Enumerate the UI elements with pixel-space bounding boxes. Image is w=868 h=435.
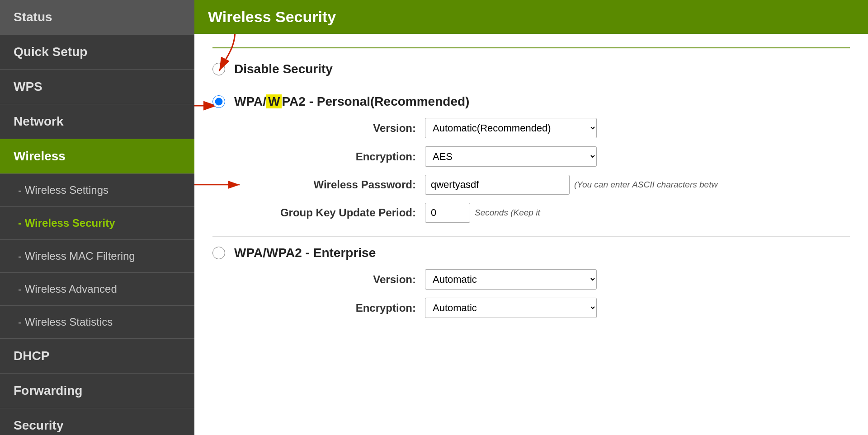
encryption-row-personal: Encryption: AES TKIP Automatic bbox=[235, 146, 850, 167]
page-title: Wireless Security bbox=[208, 8, 336, 25]
wpa-enterprise-option: WPA/WPA2 - Enterprise bbox=[212, 246, 850, 260]
page-title-bar: Wireless Security bbox=[194, 0, 868, 34]
sidebar-item-wireless-statistics[interactable]: - Wireless Statistics bbox=[0, 306, 194, 339]
password-hint: (You can enter ASCII characters betw bbox=[574, 180, 717, 190]
sidebar: StatusQuick SetupWPSNetworkWireless- Wir… bbox=[0, 0, 194, 435]
version-label-enterprise: Version: bbox=[235, 273, 416, 286]
encryption-label-enterprise: Encryption: bbox=[235, 302, 416, 314]
content-area: Disable Security WPA/WPA2 - Personal(Rec… bbox=[194, 34, 868, 435]
password-input[interactable] bbox=[425, 175, 570, 195]
password-label: Wireless Password: bbox=[235, 178, 416, 191]
version-select-enterprise[interactable]: Automatic WPA WPA2 bbox=[425, 269, 597, 290]
group-key-hint: Seconds (Keep it bbox=[475, 208, 540, 218]
section-divider bbox=[212, 236, 850, 237]
wpa-enterprise-radio[interactable] bbox=[212, 247, 225, 259]
sidebar-item-wireless-settings[interactable]: - Wireless Settings bbox=[0, 174, 194, 207]
sidebar-item-security[interactable]: Security bbox=[0, 408, 194, 435]
encryption-row-enterprise: Encryption: Automatic AES TKIP bbox=[235, 298, 850, 318]
wpa-enterprise-label[interactable]: WPA/WPA2 - Enterprise bbox=[234, 246, 376, 260]
wpa-personal-radio[interactable] bbox=[212, 95, 225, 108]
wpa-text-part1: WPA/ bbox=[234, 94, 266, 108]
sidebar-item-wireless[interactable]: Wireless bbox=[0, 139, 194, 174]
top-divider bbox=[212, 47, 850, 48]
wpa-text-part2: PA2 - Personal(Recommended) bbox=[282, 94, 469, 108]
version-row-personal: Version: Automatic(Recommended) WPA WPA2 bbox=[235, 118, 850, 138]
sidebar-item-wireless-advanced[interactable]: - Wireless Advanced bbox=[0, 273, 194, 306]
wpa-personal-form: Version: Automatic(Recommended) WPA WPA2… bbox=[235, 118, 850, 223]
group-key-input[interactable] bbox=[425, 203, 470, 223]
encryption-select-enterprise[interactable]: Automatic AES TKIP bbox=[425, 298, 597, 318]
encryption-select-personal[interactable]: AES TKIP Automatic bbox=[425, 146, 597, 167]
sidebar-item-quick-setup[interactable]: Quick Setup bbox=[0, 35, 194, 70]
sidebar-item-dhcp[interactable]: DHCP bbox=[0, 339, 194, 374]
sidebar-item-wireless-security[interactable]: - Wireless Security bbox=[0, 207, 194, 240]
group-key-label: Group Key Update Period: bbox=[235, 206, 416, 219]
wpa-personal-option: WPA/WPA2 - Personal(Recommended) bbox=[212, 94, 850, 109]
encryption-label-personal: Encryption: bbox=[235, 150, 416, 163]
sidebar-item-network[interactable]: Network bbox=[0, 104, 194, 139]
disable-security-option: Disable Security bbox=[212, 62, 850, 76]
password-row: Wireless Password: (You can enter ASCII … bbox=[235, 175, 850, 195]
version-label-personal: Version: bbox=[235, 122, 416, 135]
group-key-row: Group Key Update Period: Seconds (Keep i… bbox=[235, 203, 850, 223]
wpa-enterprise-form: Version: Automatic WPA WPA2 Encryption: … bbox=[235, 269, 850, 318]
sidebar-item-wps[interactable]: WPS bbox=[0, 70, 194, 104]
sidebar-item-forwarding[interactable]: Forwarding bbox=[0, 374, 194, 408]
version-select-personal[interactable]: Automatic(Recommended) WPA WPA2 bbox=[425, 118, 597, 138]
disable-security-radio[interactable] bbox=[212, 63, 225, 75]
wpa-personal-label[interactable]: WPA/WPA2 - Personal(Recommended) bbox=[234, 94, 469, 109]
sidebar-item-status[interactable]: Status bbox=[0, 0, 194, 35]
version-row-enterprise: Version: Automatic WPA WPA2 bbox=[235, 269, 850, 290]
wpa-highlight: W bbox=[266, 94, 282, 108]
main-content: Wireless Security Disable Security bbox=[194, 0, 868, 435]
disable-security-label[interactable]: Disable Security bbox=[234, 62, 333, 76]
sidebar-item-wireless-mac-filtering[interactable]: - Wireless MAC Filtering bbox=[0, 240, 194, 273]
